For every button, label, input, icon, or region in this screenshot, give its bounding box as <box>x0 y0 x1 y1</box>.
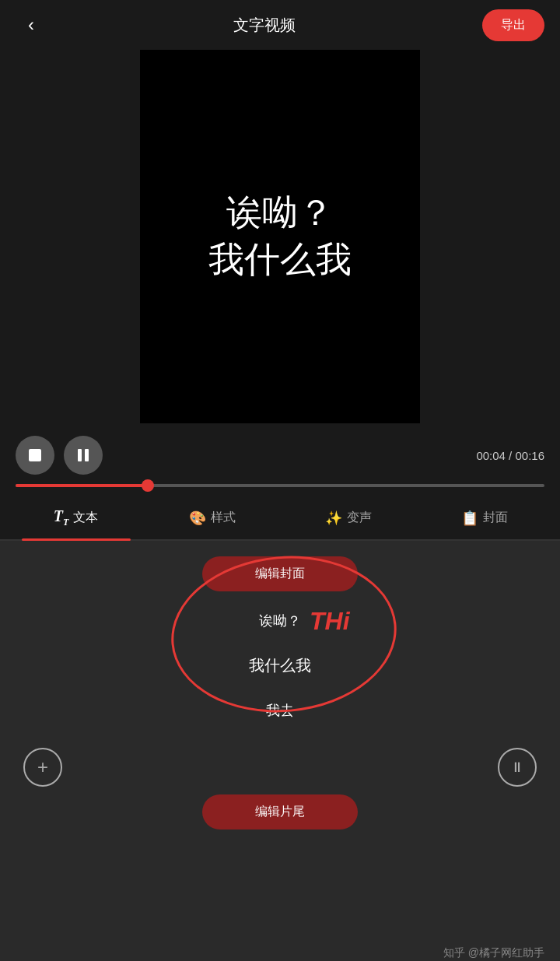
total-time: 00:16 <box>515 449 544 462</box>
text-tab-icon: TT <box>54 507 69 528</box>
back-icon: ‹ <box>28 14 34 36</box>
page-title: 文字视频 <box>233 15 296 36</box>
tab-bar: TT 文本 🎨 样式 ✨ 变声 📋 封面 <box>0 496 560 541</box>
export-button[interactable]: 导出 <box>482 9 544 41</box>
stop-button[interactable] <box>16 436 54 475</box>
tab-cover-label: 封面 <box>483 510 508 526</box>
controls-row: 00:04 / 00:16 <box>0 423 560 481</box>
control-buttons <box>16 436 103 475</box>
add-button[interactable]: + <box>23 748 62 787</box>
style-tab-icon: 🎨 <box>189 510 206 527</box>
video-text-line2: 我什么我 <box>208 237 352 283</box>
tab-voice[interactable]: ✨ 变声 <box>280 499 416 538</box>
play-pause-button[interactable]: ⏸ <box>498 748 537 787</box>
progress-bar-container[interactable] <box>0 481 560 496</box>
tab-cover[interactable]: 📋 封面 <box>416 499 552 538</box>
watermark: 知乎 @橘子网红助手 <box>443 946 544 960</box>
tab-style[interactable]: 🎨 样式 <box>144 499 280 538</box>
svg-rect-1 <box>78 449 82 461</box>
video-text-line1: 诶呦？ <box>208 190 352 237</box>
time-display: 00:04 / 00:16 <box>476 449 544 462</box>
cover-tab-icon: 📋 <box>461 510 478 527</box>
svg-rect-2 <box>85 449 89 461</box>
bottom-controls: + ⏸ <box>0 740 560 794</box>
time-separator: / <box>506 449 516 462</box>
add-icon: + <box>37 756 48 778</box>
svg-rect-0 <box>29 449 41 461</box>
tab-voice-label: 变声 <box>347 510 372 526</box>
text-items-list: 诶呦？ 我什么我 我去 <box>0 591 560 740</box>
tab-text[interactable]: TT 文本 <box>8 496 144 539</box>
header: ‹ 文字视频 导出 <box>0 0 560 50</box>
edit-tail-button[interactable]: 编辑片尾 <box>202 794 358 829</box>
list-item[interactable]: 我去 <box>0 689 560 732</box>
progress-fill <box>16 484 148 487</box>
play-pause-icon: ⏸ <box>510 759 524 776</box>
video-text-content: 诶呦？ 我什么我 <box>208 190 352 283</box>
tab-text-label: 文本 <box>73 510 98 526</box>
voice-tab-icon: ✨ <box>325 510 342 527</box>
list-item[interactable]: 我什么我 <box>0 643 560 689</box>
progress-track[interactable] <box>16 484 544 487</box>
edit-cover-button[interactable]: 编辑封面 <box>202 556 358 591</box>
tab-style-label: 样式 <box>211 510 236 526</box>
pause-button[interactable] <box>64 436 103 475</box>
back-button[interactable]: ‹ <box>16 9 47 40</box>
current-time: 00:04 <box>476 449 506 462</box>
video-preview: 诶呦？ 我什么我 <box>140 50 420 423</box>
list-item[interactable]: 诶呦？ <box>0 599 560 643</box>
content-area: 编辑封面 诶呦？ 我什么我 我去 + ⏸ 编辑片尾 知乎 @橘子网红助手 THi <box>0 541 560 961</box>
progress-thumb <box>142 479 154 492</box>
